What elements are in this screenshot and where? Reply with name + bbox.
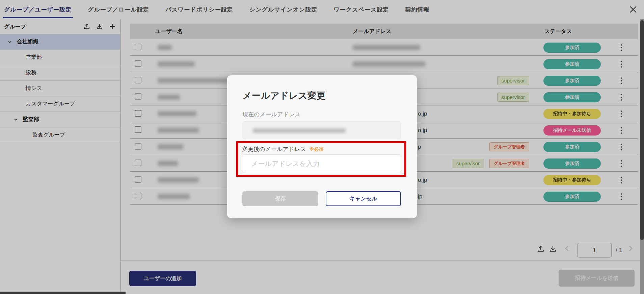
role-tags: supervisor: [497, 72, 529, 89]
chevron-left-icon[interactable]: [563, 244, 571, 252]
tab-bar: グループ／ユーザー設定グループ／ロール設定パスワードポリシー設定シングルサインオ…: [0, 0, 644, 19]
tag-group_admin: グループ管理者: [489, 159, 529, 168]
new-email-input[interactable]: [242, 154, 401, 173]
scrollbar-thumb[interactable]: [640, 20, 644, 240]
tab-label: ワークスペース設定: [333, 6, 389, 14]
kebab-menu-icon[interactable]: [617, 109, 625, 118]
chevron-down-icon[interactable]: [14, 117, 23, 122]
redacted-email-value: [253, 128, 346, 133]
group-tree: 会社組織 営業部 総務 情シス カスタマーグループ 監査部 監査グループ: [0, 34, 120, 143]
page-number-input[interactable]: 1: [577, 243, 612, 258]
tag-supervisor: supervisor: [452, 159, 484, 168]
kebab-menu-icon[interactable]: [617, 43, 625, 52]
current-email-label: 現在のメールアドレス: [242, 111, 301, 118]
row-checkbox[interactable]: [135, 193, 141, 199]
row-checkbox[interactable]: [135, 60, 141, 67]
email-fragment: o.jp: [418, 172, 427, 188]
email-fragment: p: [418, 139, 421, 155]
email-fragment: o.jp: [418, 122, 427, 139]
group-label: 監査グループ: [32, 131, 65, 139]
redacted-username: [158, 62, 195, 67]
redacted-username: [158, 194, 190, 199]
download-icon[interactable]: [96, 23, 103, 30]
group-sidebar-actions: [83, 23, 116, 30]
chevron-right-icon[interactable]: [626, 244, 635, 252]
status-badge: 参加済: [543, 59, 601, 69]
add-user-button[interactable]: ユーザーの追加: [129, 271, 196, 286]
tab-1[interactable]: グループ／ロール設定: [88, 0, 149, 19]
download-icon[interactable]: [549, 245, 557, 253]
column-username: ユーザー名: [155, 24, 183, 39]
redacted-username: [158, 111, 196, 116]
save-button: 保存: [242, 191, 318, 206]
redacted-username: [158, 95, 180, 100]
kebab-menu-icon[interactable]: [617, 142, 625, 151]
sidebar-group-item[interactable]: 監査グループ: [0, 127, 120, 143]
kebab-menu-icon[interactable]: [617, 76, 625, 85]
current-email-field: [242, 121, 401, 139]
group-sidebar-header: グループ: [0, 19, 120, 34]
redacted-username: [158, 45, 172, 50]
sidebar-group-item[interactable]: 総務: [0, 65, 120, 81]
tag-supervisor: supervisor: [497, 93, 529, 102]
email-change-modal: メールアドレス変更 現在のメールアドレス 変更後のメールアドレス ※必須 保存 …: [227, 75, 417, 218]
chevron-down-icon[interactable]: [7, 40, 17, 44]
close-icon[interactable]: [628, 4, 639, 15]
sidebar-group-item[interactable]: 営業部: [0, 50, 120, 65]
row-checkbox[interactable]: [135, 44, 141, 50]
row-checkbox[interactable]: [135, 110, 141, 117]
status-badge: 参加済: [543, 43, 601, 53]
kebab-menu-icon[interactable]: [617, 126, 625, 135]
redacted-email: [353, 45, 420, 50]
tab-list: グループ／ユーザー設定グループ／ロール設定パスワードポリシー設定シングルサインオ…: [4, 0, 429, 19]
sidebar-group-item[interactable]: 監査部: [0, 112, 120, 127]
row-checkbox[interactable]: [135, 93, 141, 100]
sidebar-group-item[interactable]: 会社組織: [0, 34, 120, 50]
upload-icon[interactable]: [537, 245, 545, 253]
role-tags: supervisorグループ管理者: [452, 155, 529, 172]
tag-supervisor: supervisor: [497, 76, 529, 85]
status-badge: 参加済: [543, 192, 601, 202]
table-row: 参加済: [130, 56, 638, 72]
tab-3[interactable]: シングルサインオン設定: [249, 0, 318, 19]
row-checkbox[interactable]: [135, 126, 141, 133]
send-invite-button: 招待メールを送信: [559, 270, 635, 287]
redacted-username: [158, 177, 199, 182]
redacted-username: [158, 128, 199, 133]
row-checkbox[interactable]: [135, 160, 141, 166]
email-fragment: o.jp: [418, 105, 427, 122]
kebab-menu-icon[interactable]: [617, 59, 625, 69]
horizontal-scrollbar[interactable]: [0, 292, 126, 294]
cancel-button[interactable]: キャンセル: [326, 191, 401, 206]
upload-icon[interactable]: [83, 23, 90, 30]
group-sidebar-title: グループ: [4, 23, 83, 30]
role-tags: supervisor: [497, 89, 529, 105]
redacted-username: [158, 144, 183, 149]
status-badge: 招待中・参加待ち: [543, 109, 601, 119]
sidebar-group-item[interactable]: カスタマーグループ: [0, 96, 120, 112]
kebab-menu-icon[interactable]: [617, 93, 625, 102]
kebab-menu-icon[interactable]: [617, 192, 625, 201]
status-badge: 参加済: [543, 92, 601, 102]
tab-2[interactable]: パスワードポリシー設定: [165, 0, 233, 19]
status-badge: 参加済: [543, 158, 601, 169]
tab-5[interactable]: 契約情報: [405, 0, 429, 19]
sidebar-group-item[interactable]: 情シス: [0, 81, 120, 96]
tab-label: 契約情報: [405, 6, 429, 14]
row-checkbox[interactable]: [135, 176, 141, 183]
kebab-menu-icon[interactable]: [617, 175, 625, 185]
email-fragment: jp: [418, 188, 422, 205]
kebab-menu-icon[interactable]: [617, 159, 625, 168]
redacted-username: [158, 161, 178, 166]
annotation-highlight-box: 変更後のメールアドレス ※必須: [236, 141, 406, 177]
role-tags: グループ管理者: [489, 139, 529, 155]
row-checkbox[interactable]: [135, 143, 141, 150]
vertical-scrollbar[interactable]: [640, 19, 644, 294]
modal-title: メールアドレス変更: [242, 90, 326, 102]
tab-4[interactable]: ワークスペース設定: [333, 0, 389, 19]
redacted-email: [353, 62, 425, 67]
tab-0[interactable]: グループ／ユーザー設定: [4, 0, 72, 19]
row-checkbox[interactable]: [135, 77, 141, 83]
required-badge: ※必須: [310, 146, 324, 152]
add-icon[interactable]: [109, 23, 116, 30]
